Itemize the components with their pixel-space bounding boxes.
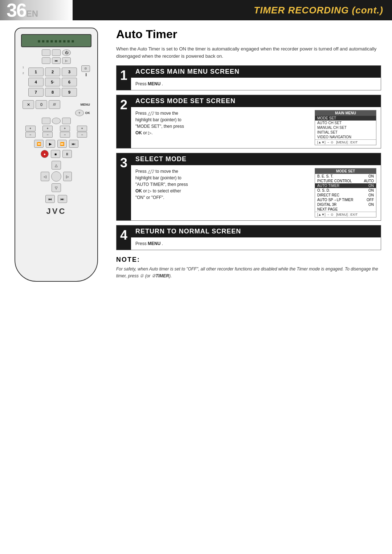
btn-misc3[interactable] [62,118,71,124]
timer-bold: TIMER [156,273,169,278]
btn-stop[interactable]: ■ [51,150,60,158]
nav-right[interactable]: ▷ [63,172,72,181]
header-right: TIMER RECORDING (cont.) [73,0,392,20]
intro-text: When the Auto Timer is set to ON the tim… [116,45,381,60]
step-1: 1 ACCESS MAIN MENU SCREEN Press MENU . [116,65,381,90]
btn-5[interactable]: 5· [45,78,60,86]
btn-1[interactable]: 1 [28,68,44,76]
vol-dn-3[interactable]: − [60,132,70,138]
bottom-numpad-row: ✕ 0 /// MENU [23,100,90,109]
transport-controls: ⏪ ▶ ⏩ ⏭ [20,140,93,148]
step-2-menu-item-3: INITIAL SET [315,130,376,135]
ok-label: OK [85,111,90,115]
btn-nav-fwd[interactable]: ⏭ [58,195,67,203]
step-3-body: Press △▽ to move the highlight bar (poin… [131,165,381,220]
vol-up-4[interactable]: + [77,126,87,131]
step-4-body: Press MENU . [131,237,381,250]
display-chars: ▪▪▪▪▪▪▪▪▪ [37,37,75,44]
step-4: 4 RETURN TO NORMAL SCREEN Press MENU . [116,225,381,250]
header-title: TIMER RECORDING (cont.) [254,5,383,16]
btn-power[interactable]: ⏻ [62,49,71,56]
vol-up-2[interactable]: + [42,126,53,131]
step-2-content: ACCESS MODE SET SCREEN Press △▽ to move … [131,95,381,148]
step-2-menu-box: MAIN MENU MODE SET AUTO CH SET MANUAL CH… [315,110,376,145]
vol-dn-4[interactable]: − [77,132,87,138]
btn-menu-btn[interactable]: /// [49,100,60,109]
step-4-menu-bold: MENU [148,241,160,246]
step-2-ok-bold: OK [135,130,142,135]
step-3-item-digital3r: DIGITAL 3RON [315,202,376,207]
step-4-content: RETURN TO NORMAL SCREEN Press MENU . [131,225,381,250]
step-3-item-nextpage: NEXT PAGE [315,207,376,212]
vol-group-2: + − [40,126,56,138]
btn-2[interactable]: 2 [45,68,60,76]
btn-nav-back[interactable]: ⏮ [45,195,55,203]
volume-row: + − + − + − + − [23,126,90,138]
btn-a[interactable] [42,49,50,56]
record-controls: ● ■ ⏸ [20,150,93,158]
step-2-menu-item-4: VIDEO NAVIGATION [315,135,376,139]
step-1-menu-bold: MENU [148,81,160,86]
step-2-line2: highlight bar (pointer) to [135,117,181,122]
step-2-line3: "MODE SET", then press [135,124,184,129]
vol-up-3[interactable]: + [60,126,70,131]
step-3-menu-title: MODE SET [315,168,376,174]
btn-9[interactable]: 9 [62,88,77,97]
btn-record[interactable]: ● [41,150,49,158]
btn-3[interactable]: 3 [62,68,77,76]
step-3-item-osd: O. S. D.ON [315,188,376,193]
vol-group-3: + − [57,126,73,138]
indicator-side: ▐ [85,73,87,76]
btn-pause[interactable]: ⏸ [62,150,72,158]
remote-second-row: ⏮ ▷ [20,57,93,64]
step-3-line1: Press △▽ to move the [135,169,178,174]
btn-x[interactable]: ✕ [23,100,34,109]
vol-dn-2[interactable]: − [42,132,53,138]
step-2-number: 2 [117,95,131,148]
nav-cross: △ ▽ ◁ ▷ [40,160,73,193]
step-3-title: SELECT MODE [131,153,381,165]
step-3: 3 SELECT MODE Press △▽ to move the highl… [116,153,381,221]
btn-misc1[interactable] [42,118,50,124]
step-3-content: SELECT MODE Press △▽ to move the highlig… [131,153,381,220]
btn-skip[interactable]: ⏭ [69,140,78,148]
btn-play[interactable]: ▶ [46,140,55,148]
step-3-item-autotimer: AUTO TIMERON [315,183,376,188]
menu-label: MENU [60,103,90,106]
btn-d[interactable]: ⏮ [52,57,61,64]
header: 36 EN TIMER RECORDING (cont.) [0,0,392,20]
nav-center[interactable] [51,171,61,182]
ok-area: ? OK [23,110,90,116]
step-2-title: ACCESS MODE SET SCREEN [131,95,381,107]
btn-question[interactable]: ? [75,110,84,116]
btn-8[interactable]: 8 [45,88,60,97]
btn-misc2[interactable] [52,118,61,124]
page-title: Auto Timer [116,28,381,41]
btn-7[interactable]: 7 [28,88,44,97]
vol-up-1[interactable]: + [25,126,36,131]
step-2-menu-item-0: MODE SET [315,116,376,121]
remote-display: ▪▪▪▪▪▪▪▪▪ [21,34,91,47]
note-section: NOTE: For safety, when Auto timer is set… [116,256,381,280]
step-2-text: Press △▽ to move the highlight bar (poin… [135,110,310,145]
btn-rewind[interactable]: ⏪ [34,140,44,148]
btn-tv[interactable]: ⊡ [81,65,90,72]
step-2-menu-item-1: AUTO CH SET [315,121,376,125]
step-2-body: Press △▽ to move the highlight bar (poin… [131,107,381,148]
nav-down[interactable]: ▽ [52,183,61,192]
btn-b[interactable] [52,49,61,56]
nav-up[interactable]: △ [52,161,61,170]
numpad-area: 1 2 1 2 3 4 5· 6 7 8 9 ⊡ ▐ [23,65,90,99]
vol-dn-1[interactable]: − [25,132,36,138]
step-1-body: Press MENU . [131,78,381,90]
btn-c[interactable] [42,57,50,64]
btn-e[interactable]: ▷ [62,57,71,64]
step-3-item-picctrl: PICTURE CONTROLAUTO [315,179,376,183]
btn-ffwd[interactable]: ⏩ [57,140,67,148]
step-1-number: 1 [117,66,131,90]
btn-0[interactable]: 0 [36,100,47,109]
step-3-item-autosplp: AUTO SP→LP TIMEROFF [315,197,376,202]
btn-6[interactable]: 6 [62,78,77,86]
nav-left[interactable]: ◁ [41,172,49,181]
btn-4[interactable]: 4 [28,78,44,86]
